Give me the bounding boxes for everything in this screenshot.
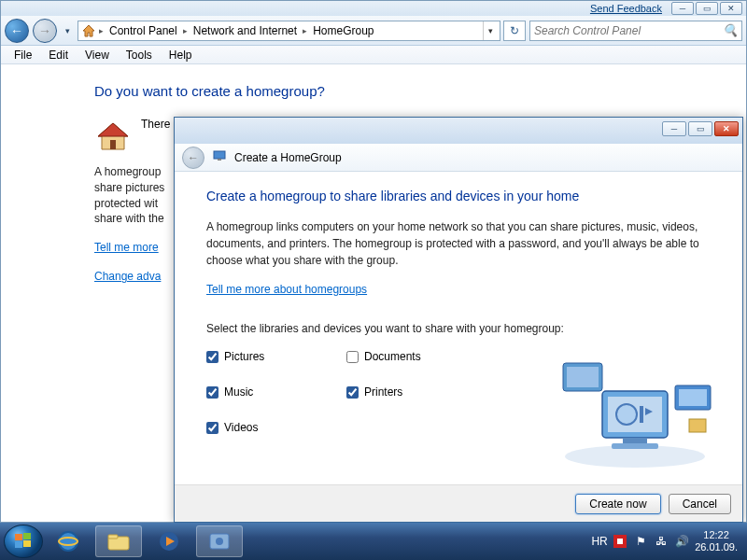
menu-help[interactable]: Help bbox=[162, 47, 200, 63]
chevron-right-icon: ▸ bbox=[301, 26, 309, 35]
network-icon[interactable]: 🖧 bbox=[654, 534, 669, 549]
breadcrumb-item[interactable]: Network and Internet bbox=[190, 24, 301, 37]
dialog-titlebar: ─ ▭ ✕ bbox=[175, 118, 742, 144]
svg-rect-16 bbox=[623, 438, 647, 443]
svg-rect-17 bbox=[612, 443, 658, 449]
chevron-right-icon: ▸ bbox=[97, 26, 106, 35]
taskbar-media-player[interactable] bbox=[146, 525, 192, 557]
dialog-description: A homegroup links computers on your home… bbox=[206, 218, 711, 269]
dialog-footer: Create now Cancel bbox=[175, 484, 742, 522]
svg-rect-4 bbox=[214, 151, 225, 159]
svg-point-30 bbox=[216, 538, 223, 545]
start-button[interactable] bbox=[4, 525, 43, 558]
search-box[interactable]: 🔍 bbox=[529, 21, 742, 41]
maximize-button[interactable]: ▭ bbox=[696, 2, 718, 15]
taskbar: HR ⚑ 🖧 🔊 12:22 26.01.09. bbox=[0, 523, 747, 560]
address-dropdown[interactable]: ▾ bbox=[483, 21, 498, 40]
svg-rect-19 bbox=[15, 534, 22, 540]
svg-rect-14 bbox=[640, 406, 643, 423]
refresh-button[interactable]: ↻ bbox=[503, 21, 526, 41]
address-bar[interactable]: ▸ Control Panel ▸ Network and Internet ▸… bbox=[78, 21, 500, 41]
minimize-button[interactable]: ─ bbox=[671, 2, 694, 15]
menu-tools[interactable]: Tools bbox=[119, 47, 160, 63]
svg-point-13 bbox=[616, 404, 637, 425]
printers-checkbox[interactable]: Printers bbox=[346, 385, 486, 399]
menu-view[interactable]: View bbox=[78, 47, 117, 63]
svg-rect-20 bbox=[23, 533, 31, 539]
svg-rect-8 bbox=[567, 367, 599, 387]
svg-marker-0 bbox=[83, 25, 94, 36]
dialog-minimize-button[interactable]: ─ bbox=[662, 121, 686, 136]
volume-icon[interactable]: 🔊 bbox=[674, 534, 689, 549]
documents-checkbox[interactable]: Documents bbox=[346, 350, 486, 363]
page-heading: Do you want to create a homegroup? bbox=[94, 83, 718, 99]
tell-me-more-link[interactable]: Tell me more bbox=[94, 241, 159, 254]
menu-file[interactable]: File bbox=[7, 47, 39, 63]
svg-rect-3 bbox=[110, 140, 116, 149]
taskbar-explorer[interactable] bbox=[95, 525, 142, 557]
dialog-maximize-button[interactable]: ▭ bbox=[688, 121, 712, 136]
chevron-right-icon: ▸ bbox=[181, 26, 190, 35]
create-homegroup-dialog: ─ ▭ ✕ ← Create a HomeGroup Create a home… bbox=[174, 117, 743, 523]
send-feedback-link[interactable]: Send Feedback bbox=[590, 3, 662, 14]
clock[interactable]: 12:22 26.01.09. bbox=[695, 529, 738, 553]
dialog-heading: Create a homegroup to share libraries an… bbox=[206, 189, 711, 203]
date-text: 26.01.09. bbox=[695, 541, 738, 553]
svg-rect-10 bbox=[679, 389, 707, 406]
svg-marker-2 bbox=[98, 123, 128, 136]
select-label: Select the libraries and devices you wan… bbox=[206, 320, 711, 337]
menu-edit[interactable]: Edit bbox=[41, 47, 76, 63]
breadcrumb-item[interactable]: HomeGroup bbox=[309, 24, 377, 37]
dialog-header: ← Create a HomeGroup bbox=[175, 144, 742, 172]
homegroup-icon bbox=[94, 118, 132, 155]
navigation-bar: ← → ▾ ▸ Control Panel ▸ Network and Inte… bbox=[1, 16, 746, 46]
subheading: There bbox=[141, 118, 170, 131]
dialog-body: Create a homegroup to share libraries an… bbox=[175, 172, 742, 484]
system-tray: HR ⚑ 🖧 🔊 12:22 26.01.09. bbox=[592, 529, 743, 553]
menu-bar: File Edit View Tools Help bbox=[1, 46, 746, 64]
videos-checkbox[interactable]: Videos bbox=[206, 421, 346, 434]
change-advanced-link[interactable]: Change adva bbox=[94, 270, 161, 283]
nav-history-dropdown[interactable]: ▾ bbox=[61, 21, 74, 40]
dialog-close-button[interactable]: ✕ bbox=[714, 121, 739, 136]
create-now-button[interactable]: Create now bbox=[575, 494, 660, 514]
homegroup-illustration bbox=[556, 344, 714, 475]
cancel-button[interactable]: Cancel bbox=[669, 494, 731, 514]
svg-rect-21 bbox=[15, 541, 22, 548]
search-input[interactable] bbox=[534, 24, 723, 37]
close-button[interactable]: ✕ bbox=[720, 2, 742, 15]
svg-rect-32 bbox=[617, 539, 623, 544]
taskbar-ie[interactable] bbox=[45, 525, 92, 557]
flag-icon[interactable]: ⚑ bbox=[633, 534, 648, 549]
taskbar-control-panel[interactable] bbox=[196, 525, 243, 557]
back-button[interactable]: ← bbox=[5, 19, 29, 43]
search-icon[interactable]: 🔍 bbox=[723, 23, 738, 37]
svg-rect-5 bbox=[218, 159, 221, 161]
svg-rect-26 bbox=[108, 535, 118, 539]
language-indicator[interactable]: HR bbox=[592, 534, 607, 549]
dialog-title: Create a HomeGroup bbox=[234, 151, 342, 164]
forward-button[interactable]: → bbox=[33, 19, 57, 43]
time-text: 12:22 bbox=[695, 529, 738, 541]
home-icon bbox=[80, 22, 97, 39]
monitor-icon bbox=[212, 148, 227, 166]
breadcrumb-item[interactable]: Control Panel bbox=[106, 24, 181, 37]
antivirus-icon[interactable] bbox=[613, 534, 627, 549]
svg-rect-18 bbox=[689, 419, 706, 432]
pictures-checkbox[interactable]: Pictures bbox=[206, 350, 346, 363]
music-checkbox[interactable]: Music bbox=[206, 385, 346, 399]
dialog-back-button[interactable]: ← bbox=[182, 147, 204, 169]
homegroups-help-link[interactable]: Tell me more about homegroups bbox=[206, 283, 367, 296]
svg-point-23 bbox=[59, 532, 78, 551]
svg-rect-22 bbox=[23, 540, 31, 547]
window-titlebar: Send Feedback ─ ▭ ✕ bbox=[1, 1, 746, 16]
